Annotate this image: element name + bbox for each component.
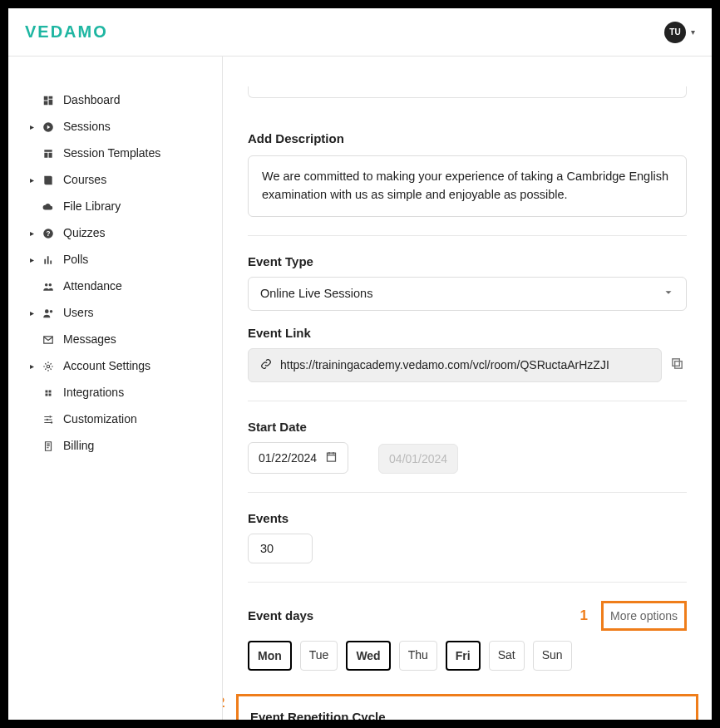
description-textarea[interactable]: We are committed to making your experien…	[248, 155, 687, 217]
gear-icon	[42, 359, 55, 372]
previous-card-bottom	[248, 86, 687, 98]
sidebar-item-polls[interactable]: ▸Polls	[8, 246, 222, 273]
dashboard-icon	[42, 93, 55, 106]
sidebar: Dashboard ▸Sessions Session Templates ▸C…	[8, 57, 223, 720]
sidebar-item-label: File Library	[63, 199, 121, 213]
description-label: Add Description	[248, 131, 687, 145]
events-label: Events	[248, 511, 687, 525]
sidebar-item-attendance[interactable]: Attendance	[8, 273, 222, 299]
day-wed[interactable]: Wed	[346, 641, 390, 671]
chevron-right-icon: ▸	[30, 362, 34, 371]
event-link-url: https://trainingacademy.vedamo.com/vcl/r…	[280, 358, 609, 371]
chevron-right-icon: ▸	[30, 308, 34, 317]
more-options-button[interactable]: More options	[610, 609, 678, 622]
users-icon	[42, 306, 55, 319]
sidebar-item-label: Customization	[63, 412, 137, 425]
day-tue[interactable]: Tue	[300, 641, 338, 671]
sidebar-item-sessions[interactable]: ▸Sessions	[8, 113, 222, 140]
play-icon	[42, 120, 55, 133]
sidebar-item-label: Polls	[63, 253, 88, 266]
svg-point-6	[50, 310, 53, 313]
sidebar-item-label: Messages	[63, 332, 116, 346]
svg-point-4	[49, 283, 52, 287]
end-date-placeholder: 04/01/2024	[389, 452, 447, 465]
copy-link-button[interactable]	[670, 357, 687, 373]
sidebar-item-label: Sessions	[63, 120, 111, 133]
event-type-section: Event Type Online Live Sessions Event Li…	[248, 235, 687, 401]
start-date-input[interactable]: 01/22/2024	[248, 442, 348, 474]
chevron-right-icon: ▸	[30, 175, 34, 184]
sidebar-item-account-settings[interactable]: ▸Account Settings	[8, 352, 222, 379]
sidebar-item-integrations[interactable]: Integrations	[8, 379, 222, 406]
sidebar-item-label: Billing	[63, 439, 94, 452]
link-icon	[260, 358, 272, 372]
billing-icon	[42, 439, 55, 452]
day-sun[interactable]: Sun	[533, 641, 572, 671]
poll-icon	[42, 253, 55, 266]
event-type-label: Event Type	[248, 254, 687, 268]
chevron-down-icon: ▾	[691, 27, 695, 37]
sidebar-item-file-library[interactable]: File Library	[8, 193, 222, 219]
svg-rect-12	[673, 359, 680, 366]
sidebar-item-courses[interactable]: ▸Courses	[8, 166, 222, 193]
day-fri[interactable]: Fri	[446, 641, 481, 671]
sidebar-item-quizzes[interactable]: ▸?Quizzes	[8, 219, 222, 246]
sidebar-item-label: Integrations	[63, 386, 124, 399]
end-date-display: 04/01/2024	[378, 444, 458, 474]
events-count-input[interactable]: 30	[248, 534, 313, 563]
sidebar-item-label: Courses	[63, 173, 106, 186]
svg-rect-13	[328, 453, 336, 461]
question-icon: ?	[42, 226, 55, 239]
user-menu-button[interactable]: TU ▾	[664, 22, 695, 43]
svg-point-10	[51, 421, 52, 423]
sidebar-item-customization[interactable]: Customization	[8, 406, 222, 432]
main-content: Add Description We are committed to maki…	[223, 57, 712, 720]
event-link-readonly: https://trainingacademy.vedamo.com/vcl/r…	[248, 348, 662, 382]
sidebar-item-label: Dashboard	[63, 93, 121, 106]
svg-point-9	[47, 419, 48, 421]
annotation-2-highlight: 2 Event Repetition Cycle Every week Brea…	[236, 694, 698, 721]
user-avatar: TU	[664, 22, 686, 43]
book-icon	[42, 173, 55, 186]
event-link-label: Event Link	[248, 326, 687, 340]
annotation-1: 1	[580, 607, 588, 624]
envelope-icon	[42, 332, 55, 346]
customization-icon	[42, 412, 55, 425]
cloud-icon	[42, 199, 55, 213]
start-date-section: Start Date 01/22/2024 04/01/2024	[248, 401, 687, 492]
sidebar-item-label: Quizzes	[63, 226, 106, 239]
attendance-icon	[42, 279, 55, 293]
svg-point-8	[49, 416, 51, 417]
annotation-2: 2	[223, 695, 224, 711]
description-section: Add Description We are committed to maki…	[248, 98, 687, 235]
repetition-label: Event Repetition Cycle	[250, 710, 684, 721]
event-type-select[interactable]: Online Live Sessions	[248, 277, 687, 311]
logo: VEDAMO	[25, 22, 108, 42]
sidebar-item-billing[interactable]: Billing	[8, 432, 222, 459]
events-section: Events 30	[248, 492, 687, 582]
day-mon[interactable]: Mon	[248, 641, 292, 671]
day-thu[interactable]: Thu	[399, 641, 437, 671]
svg-point-5	[45, 309, 49, 313]
sidebar-item-label: Users	[63, 306, 94, 319]
event-type-value: Online Live Sessions	[260, 287, 372, 300]
day-sat[interactable]: Sat	[489, 641, 525, 671]
start-date-value: 01/22/2024	[259, 451, 317, 465]
template-icon	[42, 146, 55, 160]
svg-point-3	[45, 283, 48, 287]
day-selector: Mon Tue Wed Thu Fri Sat Sun	[248, 641, 687, 671]
sidebar-item-messages[interactable]: Messages	[8, 326, 222, 352]
sidebar-item-dashboard[interactable]: Dashboard	[8, 86, 222, 113]
start-date-label: Start Date	[248, 420, 687, 434]
sidebar-item-users[interactable]: ▸Users	[8, 299, 222, 326]
topbar: VEDAMO TU ▾	[8, 8, 712, 57]
sidebar-item-label: Session Templates	[63, 146, 160, 160]
sidebar-item-label: Account Settings	[63, 359, 150, 372]
sidebar-item-session-templates[interactable]: Session Templates	[8, 140, 222, 166]
svg-point-7	[47, 365, 50, 368]
event-days-section: Event days 1 More options Mon Tue Wed Th…	[248, 582, 687, 689]
svg-text:?: ?	[47, 230, 51, 238]
chevron-down-icon	[663, 287, 674, 301]
chevron-right-icon: ▸	[30, 255, 34, 264]
chevron-right-icon: ▸	[30, 122, 34, 131]
